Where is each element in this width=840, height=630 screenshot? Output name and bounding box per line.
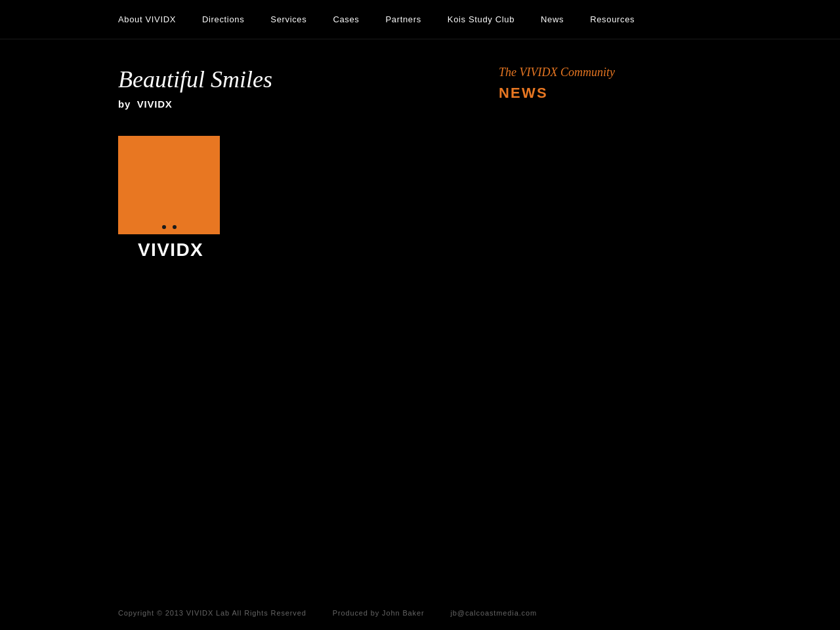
- right-section: The VIVIDX Community NEWS: [459, 66, 722, 254]
- logo-orange-square: [118, 136, 220, 234]
- nav-cases[interactable]: Cases: [333, 14, 359, 24]
- main-content: Beautiful Smiles by VIVIDX VIVIDX The VI…: [0, 39, 840, 280]
- nav-news[interactable]: News: [541, 14, 564, 24]
- nav-kois[interactable]: Kois Study Club: [448, 14, 514, 24]
- subtitle-by: by: [118, 98, 131, 110]
- page-subtitle: by VIVIDX: [118, 98, 459, 110]
- nav-about[interactable]: About VIVIDX: [118, 14, 176, 24]
- page-title: Beautiful Smiles: [118, 66, 459, 93]
- logo-dot-right: [173, 225, 177, 229]
- nav-resources[interactable]: Resources: [590, 14, 635, 24]
- footer: Copyright © 2013 VIVIDX Lab All Rights R…: [0, 596, 840, 630]
- footer-email[interactable]: jb@calcoastmedia.com: [451, 609, 537, 617]
- community-title: The VIVIDX Community: [499, 66, 722, 79]
- logo-wordmark: VIVIDX: [138, 240, 203, 261]
- nav-services[interactable]: Services: [270, 14, 306, 24]
- main-nav: About VIVIDX Directions Services Cases P…: [0, 0, 840, 39]
- left-section: Beautiful Smiles by VIVIDX VIVIDX: [118, 66, 459, 254]
- logo-text-block: VIVIDX: [118, 234, 223, 261]
- logo-dots: [162, 225, 177, 229]
- footer-produced: Produced by John Baker: [333, 609, 425, 617]
- footer-copyright: Copyright © 2013 VIVIDX Lab All Rights R…: [118, 609, 306, 617]
- nav-directions[interactable]: Directions: [202, 14, 244, 24]
- news-heading: NEWS: [499, 85, 722, 102]
- subtitle-brand: VIVIDX: [137, 98, 173, 110]
- vividx-logo: VIVIDX: [118, 136, 223, 254]
- logo-dot-left: [162, 225, 166, 229]
- nav-partners[interactable]: Partners: [385, 14, 421, 24]
